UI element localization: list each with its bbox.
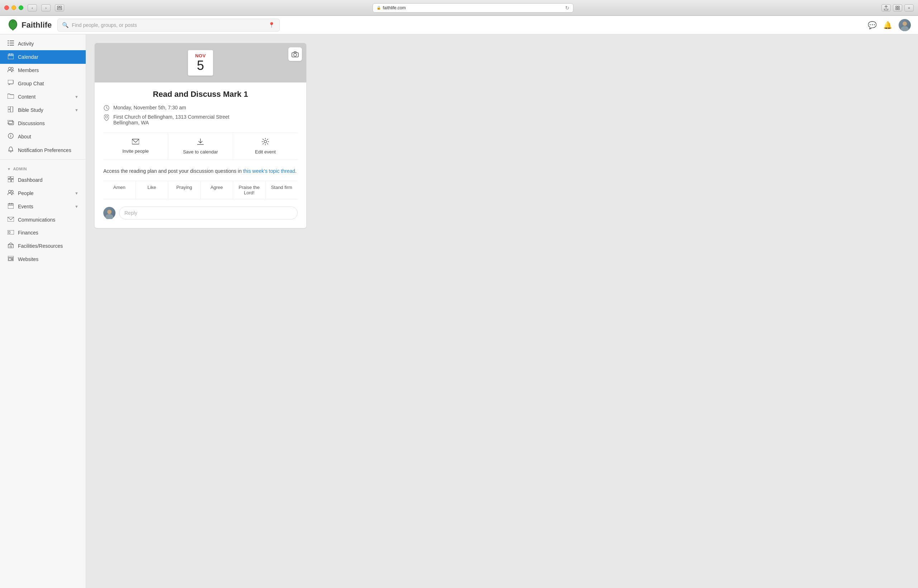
svg-rect-13 [8,45,9,45]
reaction-praying[interactable]: Praying [168,181,201,199]
user-avatar[interactable] [899,19,911,31]
svg-rect-54 [12,260,13,261]
event-title: Read and Discuss Mark 1 [103,90,297,99]
event-time-meta: Monday, November 5th, 7:30 am [103,105,297,112]
share-button[interactable] [881,4,891,11]
fullscreen-button[interactable] [893,4,902,11]
sidebar-item-about[interactable]: i About [0,130,86,144]
search-input[interactable] [72,22,265,28]
svg-rect-2 [57,8,62,10]
invite-people-label: Invite people [122,149,149,154]
gear-icon [262,138,269,147]
reaction-stand-firm[interactable]: Stand firm [266,181,298,199]
sidebar-item-calendar[interactable]: Calendar [0,50,86,64]
svg-point-56 [294,53,297,56]
search-bar[interactable]: 🔍 📍 [57,19,280,32]
svg-rect-36 [11,179,14,182]
reaction-amen[interactable]: Amen [103,181,136,199]
location-pin-icon [103,115,110,122]
websites-icon [7,256,15,262]
svg-rect-14 [10,45,14,45]
bell-icon [7,147,15,154]
lock-icon: 🔒 [377,6,381,10]
maximize-button[interactable] [19,5,23,10]
sidebar: Activity Calendar Members Group Chat Con [0,34,86,588]
download-icon [197,138,204,147]
svg-rect-3 [896,6,897,8]
svg-rect-9 [8,40,9,41]
sidebar-item-finances[interactable]: Finances [0,226,86,239]
sidebar-item-bible-study[interactable]: Bible Study ▼ [0,103,86,117]
reload-icon[interactable]: ↻ [565,5,569,11]
event-description: Access the reading plan and post your di… [103,167,297,175]
svg-rect-11 [8,43,9,44]
titlebar-actions: + [881,4,914,11]
sidebar-item-group-chat[interactable]: Group Chat [0,77,86,90]
reply-input[interactable] [119,207,297,220]
content-chevron-icon: ▼ [74,95,79,99]
logo-text: Faithlife [21,21,52,30]
reply-avatar [103,207,115,219]
upload-photo-button[interactable] [288,47,302,61]
events-calendar-icon [7,203,15,210]
sidebar-label-finances: Finances [18,230,79,236]
sidebar-label-discussions: Discussions [18,121,79,126]
event-desc-prefix: Access the reading plan and post your di… [103,168,243,174]
svg-rect-29 [9,121,14,125]
event-date-month: NOV [195,53,206,58]
save-to-calendar-button[interactable]: Save to calendar [168,133,233,160]
sidebar-label-group-chat: Group Chat [18,81,79,86]
svg-point-64 [107,210,112,214]
sidebar-item-events[interactable]: Events ▼ [0,200,86,213]
svg-rect-34 [11,176,14,179]
svg-point-63 [264,141,267,143]
back-button[interactable]: ‹ [27,4,37,11]
sidebar-item-communications[interactable]: Communications [0,213,86,226]
layout-button[interactable] [55,4,64,11]
logo[interactable]: Faithlife [7,19,52,32]
sidebar-item-dashboard[interactable]: Dashboard [0,173,86,187]
sidebar-item-members[interactable]: Members [0,64,86,77]
close-button[interactable] [4,5,9,10]
notifications-icon[interactable]: 🔔 [883,21,892,29]
invite-people-button[interactable]: Invite people [103,133,168,160]
sidebar-item-people[interactable]: People ▼ [0,187,86,200]
chat-icon[interactable]: 💬 [868,21,877,29]
sidebar-item-content[interactable]: Content ▼ [0,90,86,103]
sidebar-item-discussions[interactable]: Discussions [0,117,86,130]
reaction-like[interactable]: Like [136,181,168,199]
reaction-agree[interactable]: Agree [201,181,233,199]
svg-rect-42 [9,203,10,204]
avatar-image [899,19,911,31]
sidebar-item-activity[interactable]: Activity [0,37,86,50]
svg-point-19 [9,68,11,70]
list-icon [7,40,15,47]
svg-rect-4 [898,6,899,8]
window-controls [4,5,23,10]
search-icon: 🔍 [62,22,69,28]
sidebar-label-facilities: Facilities/Resources [18,243,79,249]
invite-icon [132,138,139,146]
dashboard-icon [7,176,15,184]
reaction-praise[interactable]: Praise the Lord! [233,181,266,199]
minimize-button[interactable] [11,5,16,10]
svg-point-8 [901,26,909,31]
svg-rect-6 [898,8,899,10]
main-content: NOV 5 Read and Discuss Mark 1 Monday, No… [86,34,918,588]
url-bar-container: 🔒 faithlife.com ↻ [68,3,877,13]
sidebar-item-notification-preferences[interactable]: Notification Preferences [0,144,86,157]
add-tab-button[interactable]: + [904,4,914,11]
edit-event-button[interactable]: Edit event [233,133,297,160]
sidebar-divider [0,159,86,160]
topic-thread-link[interactable]: this week's topic thread [243,168,295,174]
forward-button[interactable]: › [41,4,50,11]
svg-rect-33 [8,176,10,179]
event-time-text: Monday, November 5th, 7:30 am [113,105,186,110]
svg-point-22 [12,70,15,72]
sidebar-item-websites[interactable]: Websites [0,253,86,266]
url-bar[interactable]: 🔒 faithlife.com ↻ [373,3,574,13]
header-right: 💬 🔔 [868,19,911,31]
svg-rect-0 [57,6,59,8]
svg-rect-1 [60,6,62,8]
sidebar-item-facilities[interactable]: Facilities/Resources [0,239,86,253]
